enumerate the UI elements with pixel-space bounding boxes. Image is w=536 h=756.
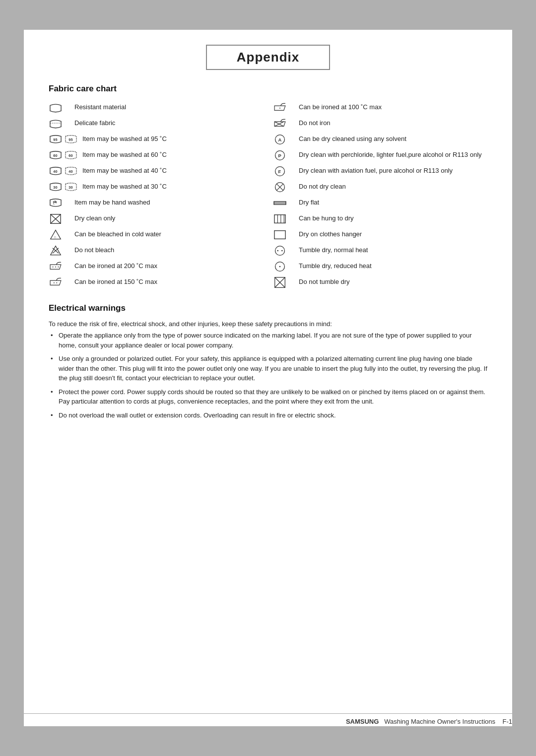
list-item: Item may be hand washed [49,196,263,210]
list-item: Do not tumble dry [273,275,487,289]
list-item: 30 30 Item may be washed at 30 ˚C [49,180,263,194]
list-item: Do not dry clean [273,180,487,194]
electrical-list: Operate the appliance only from the type… [49,331,487,420]
dry-clean-p-label: Dry clean with perchloride, lighter fuel… [299,149,482,159]
dry-clean-any-icon: A [273,134,295,145]
list-item: Protect the power cord. Power supply cor… [49,387,487,407]
page-title: Appendix [206,45,330,70]
dry-clean-only-icon [49,213,70,225]
dry-clean-only-label: Dry clean only [74,213,115,223]
hang-dry-label: Can be hung to dry [299,213,354,223]
footer: SAMSUNG Washing Machine Owner's Instruct… [24,713,512,725]
list-item: 40 40 Item may be washed at 40 ˚C [49,164,263,178]
no-bleach-label: Do not bleach [74,245,114,255]
electrical-intro: To reduce the risk of fire, electrical s… [49,320,487,328]
iron-150-label: Can be ironed at 150 ˚C max [74,276,157,286]
bleach-cold-label: Can be bleached in cold water [74,229,161,239]
no-iron-label: Do not iron [299,118,331,128]
svg-text:60: 60 [53,153,57,158]
svg-text:40: 40 [53,169,57,174]
list-item: Use only a grounded or polarized outlet.… [49,354,487,383]
svg-text:60: 60 [68,153,72,158]
care-col-left: Resistant material Delicate fabric [49,101,263,289]
list-item: F Dry clean with aviation fuel, pure alc… [273,164,487,178]
main-content: Appendix Fabric care chart Resistant mat… [24,30,512,726]
svg-point-18 [55,267,56,268]
hand-wash-icon [49,197,70,209]
care-col-right: Can be ironed at 100 ˚C max Do not iron [273,101,487,289]
dry-flat-label: Dry flat [299,197,319,207]
svg-text:F: F [278,169,281,174]
wash-60-icon: 60 60 [49,149,78,161]
list-item: 60 60 Item may be washed at 60 ˚C [49,148,263,162]
wash-95-icon: 95 95 [49,134,78,145]
list-item: Tumble dry, reduced heat [273,260,487,274]
list-item: P Dry clean with perchloride, lighter fu… [273,148,487,162]
bottom-bar [0,726,536,756]
list-item: ○ Can be bleached in cold water [49,228,263,242]
dry-clean-f-label: Dry clean with aviation fuel, pure alcoh… [299,165,453,175]
svg-text:30: 30 [53,185,57,190]
iron-100-label: Can be ironed at 100 ˚C max [299,102,382,112]
dry-clean-p-icon: P [273,149,295,161]
svg-text:A: A [278,137,282,142]
svg-text:95: 95 [68,137,72,142]
tumble-normal-label: Tumble dry, normal heat [299,245,368,255]
list-item: Dry on clothes hanger [273,228,487,242]
hand-wash-label: Item may be hand washed [74,197,150,207]
list-item: Can be ironed at 100 ˚C max [273,101,487,115]
no-iron-icon [273,118,295,130]
electrical-heading: Electrical warnings [49,303,487,313]
fabric-care-heading: Fabric care chart [49,84,487,94]
list-item: Resistant material [49,101,263,115]
delicate-fabric-label: Delicate fabric [74,118,115,128]
title-box: Appendix [49,45,487,70]
electrical-section: Electrical warnings To reduce the risk o… [49,303,487,420]
svg-point-17 [53,267,54,268]
hang-dry-icon [273,213,295,225]
svg-text:30: 30 [68,185,72,190]
wash-30-icon: 30 30 [49,181,78,193]
sidebar-right [512,0,536,756]
delicate-fabric-icon [49,118,70,130]
list-item: Can be ironed at 150 ˚C max [49,275,263,289]
iron-200-icon [49,261,70,273]
no-dry-clean-icon [273,181,295,193]
list-item: A Can be dry cleaned using any solvent [273,133,487,146]
wash-40-label: Item may be washed at 40 ˚C [82,165,167,175]
resistant-material-icon [49,102,70,114]
top-bar [0,0,536,30]
wash-40-icon: 40 40 [49,165,78,177]
hanger-dry-icon [273,229,295,241]
wash-60-label: Item may be washed at 60 ˚C [82,149,167,159]
svg-text:○: ○ [54,235,57,239]
footer-text: Washing Machine Owner's Instructions [381,718,501,725]
footer-brand: SAMSUNG [346,718,379,725]
care-chart: Resistant material Delicate fabric [49,101,487,289]
no-dry-clean-label: Do not dry clean [299,181,346,191]
svg-point-42 [277,250,278,252]
iron-150-icon [49,276,70,288]
iron-200-label: Can be ironed at 200 ˚C max [74,261,157,271]
tumble-reduced-icon [273,261,295,273]
no-tumble-label: Do not tumble dry [299,276,350,286]
wash-95-label: Item may be washed at 95 ˚C [82,134,167,143]
list-item: Delicate fabric [49,117,263,131]
svg-point-41 [275,246,285,256]
fabric-care-section: Fabric care chart Resistant material [49,84,487,289]
svg-point-19 [58,267,59,268]
svg-text:40: 40 [68,169,72,174]
list-item: Tumble dry, normal heat [273,244,487,258]
resistant-material-label: Resistant material [74,102,126,112]
wash-30-label: Item may be washed at 30 ˚C [82,181,167,191]
tumble-reduced-label: Tumble dry, reduced heat [299,261,372,271]
list-item: Can be hung to dry [273,212,487,226]
svg-point-45 [279,266,281,268]
list-item: Do not bleach [49,244,263,258]
svg-text:P: P [278,153,281,158]
sidebar-left [0,0,24,756]
svg-point-20 [54,282,55,283]
svg-rect-40 [274,231,285,239]
svg-point-22 [279,108,280,109]
hanger-dry-label: Dry on clothes hanger [299,229,362,239]
